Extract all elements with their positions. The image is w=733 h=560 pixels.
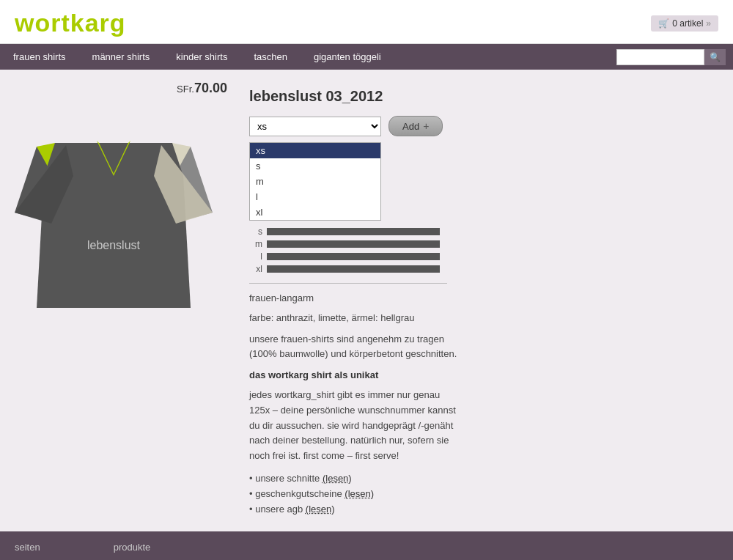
search-wrap: 🔍 <box>609 45 733 70</box>
logo[interactable]: wortkarg <box>15 9 126 37</box>
link3-anchor[interactable]: (lesen) <box>306 504 335 515</box>
size-bar-label-s: s <box>249 226 262 237</box>
link-schnitte: • unsere schnitte (lesen) <box>249 471 462 487</box>
size-bar-m: m <box>249 239 440 249</box>
footer-col-produkte[interactable]: produkte <box>114 542 151 553</box>
search-button[interactable]: 🔍 <box>704 49 726 65</box>
divider <box>249 283 447 284</box>
size-bars: s m l xl <box>249 226 440 274</box>
link-gutscheine: • geschenkgutscheine (lesen) <box>249 487 462 502</box>
nav-item-taschen[interactable]: taschen <box>240 44 301 70</box>
size-bar-s: s <box>249 226 440 237</box>
product-image-wrap: SFr.70.00 <box>15 84 227 517</box>
size-bar-l: l <box>249 251 440 262</box>
size-add-row: xs s m l xl Add + <box>249 116 718 136</box>
size-select[interactable]: xs s m l xl <box>249 117 381 136</box>
desc-body: unsere frauen-shirts sind angenehm zu tr… <box>249 332 462 363</box>
size-bar-track-l <box>267 253 440 260</box>
link1-text: • unsere schnitte <box>249 473 323 484</box>
nav-item-manner-shirts[interactable]: männer shirts <box>79 44 163 70</box>
size-dropdown-open[interactable]: xs s m l xl <box>249 142 381 221</box>
desc-line1: frauen-langarm <box>249 291 462 306</box>
price-value: 70.00 <box>194 81 227 95</box>
description-area: frauen-langarm farbe: anthrazit, limette… <box>249 291 462 517</box>
main-content: SFr.70.00 <box>0 70 733 531</box>
link3-text: • unsere agb <box>249 504 306 515</box>
dd-option-s[interactable]: s <box>250 158 380 174</box>
footer-col-seiten[interactable]: seiten <box>15 542 40 553</box>
svg-text:lebenslust: lebenslust <box>87 239 141 251</box>
bold-body: jedes wortkarg_shirt gibt es immer nur g… <box>249 388 462 464</box>
add-label: Add <box>402 121 419 132</box>
search-input[interactable] <box>616 49 704 65</box>
size-bar-track-s <box>267 228 440 235</box>
plus-icon: + <box>423 120 429 132</box>
cart-icon: 🛒 <box>658 18 669 29</box>
desc-line2: farbe: anthrazit, limette, ärmel: hellgr… <box>249 311 462 326</box>
product-detail: lebenslust 03_2012 xs s m l xl Add + xs … <box>249 84 718 517</box>
link2-anchor[interactable]: (lesen) <box>345 488 374 499</box>
links-section: • unsere schnitte (lesen) • geschenkguts… <box>249 471 462 517</box>
size-bar-xl: xl <box>249 264 440 274</box>
nav-item-frauen-shirts[interactable]: frauen shirts <box>0 44 79 70</box>
dd-option-m[interactable]: m <box>250 174 380 189</box>
bold-title: das wortkarg shirt als unikat <box>249 369 378 380</box>
header: wortkarg 🛒 0 artikel » <box>0 0 733 44</box>
dd-option-xl[interactable]: xl <box>250 205 380 220</box>
size-bar-track-m <box>267 240 440 248</box>
link1-anchor[interactable]: (lesen) <box>323 473 352 484</box>
link-agb: • unsere agb (lesen) <box>249 502 462 517</box>
dd-option-l[interactable]: l <box>250 189 380 205</box>
size-bar-track-xl <box>267 265 440 273</box>
nav-item-kinder-shirts[interactable]: kinder shirts <box>163 44 240 70</box>
price-prefix: SFr. <box>177 84 194 95</box>
cart-arrow: » <box>706 18 711 29</box>
footer: seiten produkte <box>0 531 733 560</box>
cart-label: 0 artikel <box>672 18 703 29</box>
link2-text: • geschenkgutscheine <box>249 488 345 499</box>
size-bar-label-l: l <box>249 251 262 262</box>
size-bar-label-m: m <box>249 239 262 249</box>
add-to-cart-button[interactable]: Add + <box>388 116 443 136</box>
size-bar-label-xl: xl <box>249 264 262 274</box>
product-price: SFr.70.00 <box>15 81 227 96</box>
nav-item-giganten-toggeli[interactable]: giganten töggeli <box>301 44 394 70</box>
dd-option-xs[interactable]: xs <box>250 143 380 158</box>
nav: frauen shirts männer shirts kinder shirt… <box>0 44 733 70</box>
product-title: lebenslust 03_2012 <box>249 88 718 105</box>
product-image: lebenslust <box>15 103 213 308</box>
cart-area[interactable]: 🛒 0 artikel » <box>651 15 718 32</box>
